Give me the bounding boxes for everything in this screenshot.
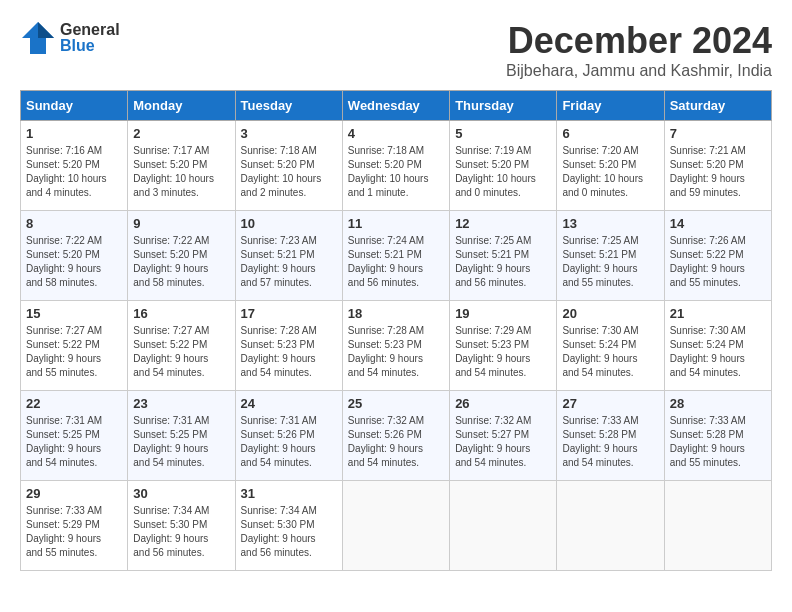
day-info: Sunrise: 7:33 AM Sunset: 5:29 PM Dayligh… — [26, 504, 122, 560]
day-number: 19 — [455, 306, 551, 321]
day-number: 3 — [241, 126, 337, 141]
day-number: 24 — [241, 396, 337, 411]
day-number: 18 — [348, 306, 444, 321]
day-info: Sunrise: 7:33 AM Sunset: 5:28 PM Dayligh… — [562, 414, 658, 470]
day-cell-2: 2Sunrise: 7:17 AM Sunset: 5:20 PM Daylig… — [128, 121, 235, 211]
weekday-header-tuesday: Tuesday — [235, 91, 342, 121]
day-info: Sunrise: 7:30 AM Sunset: 5:24 PM Dayligh… — [670, 324, 766, 380]
day-info: Sunrise: 7:25 AM Sunset: 5:21 PM Dayligh… — [562, 234, 658, 290]
weekday-header-saturday: Saturday — [664, 91, 771, 121]
weekday-header-friday: Friday — [557, 91, 664, 121]
day-number: 17 — [241, 306, 337, 321]
day-number: 27 — [562, 396, 658, 411]
day-number: 29 — [26, 486, 122, 501]
day-info: Sunrise: 7:34 AM Sunset: 5:30 PM Dayligh… — [133, 504, 229, 560]
weekday-header-sunday: Sunday — [21, 91, 128, 121]
day-info: Sunrise: 7:27 AM Sunset: 5:22 PM Dayligh… — [133, 324, 229, 380]
day-cell-12: 12Sunrise: 7:25 AM Sunset: 5:21 PM Dayli… — [450, 211, 557, 301]
day-cell-20: 20Sunrise: 7:30 AM Sunset: 5:24 PM Dayli… — [557, 301, 664, 391]
empty-cell — [557, 481, 664, 571]
empty-cell — [664, 481, 771, 571]
day-info: Sunrise: 7:25 AM Sunset: 5:21 PM Dayligh… — [455, 234, 551, 290]
day-info: Sunrise: 7:31 AM Sunset: 5:25 PM Dayligh… — [133, 414, 229, 470]
day-cell-25: 25Sunrise: 7:32 AM Sunset: 5:26 PM Dayli… — [342, 391, 449, 481]
day-cell-18: 18Sunrise: 7:28 AM Sunset: 5:23 PM Dayli… — [342, 301, 449, 391]
day-info: Sunrise: 7:30 AM Sunset: 5:24 PM Dayligh… — [562, 324, 658, 380]
day-info: Sunrise: 7:32 AM Sunset: 5:27 PM Dayligh… — [455, 414, 551, 470]
day-cell-4: 4Sunrise: 7:18 AM Sunset: 5:20 PM Daylig… — [342, 121, 449, 211]
day-info: Sunrise: 7:20 AM Sunset: 5:20 PM Dayligh… — [562, 144, 658, 200]
day-info: Sunrise: 7:26 AM Sunset: 5:22 PM Dayligh… — [670, 234, 766, 290]
day-number: 25 — [348, 396, 444, 411]
day-cell-13: 13Sunrise: 7:25 AM Sunset: 5:21 PM Dayli… — [557, 211, 664, 301]
day-info: Sunrise: 7:16 AM Sunset: 5:20 PM Dayligh… — [26, 144, 122, 200]
day-number: 23 — [133, 396, 229, 411]
day-cell-30: 30Sunrise: 7:34 AM Sunset: 5:30 PM Dayli… — [128, 481, 235, 571]
day-cell-29: 29Sunrise: 7:33 AM Sunset: 5:29 PM Dayli… — [21, 481, 128, 571]
day-info: Sunrise: 7:28 AM Sunset: 5:23 PM Dayligh… — [241, 324, 337, 380]
day-cell-22: 22Sunrise: 7:31 AM Sunset: 5:25 PM Dayli… — [21, 391, 128, 481]
day-cell-27: 27Sunrise: 7:33 AM Sunset: 5:28 PM Dayli… — [557, 391, 664, 481]
day-cell-11: 11Sunrise: 7:24 AM Sunset: 5:21 PM Dayli… — [342, 211, 449, 301]
day-cell-15: 15Sunrise: 7:27 AM Sunset: 5:22 PM Dayli… — [21, 301, 128, 391]
day-number: 21 — [670, 306, 766, 321]
day-cell-8: 8Sunrise: 7:22 AM Sunset: 5:20 PM Daylig… — [21, 211, 128, 301]
day-number: 9 — [133, 216, 229, 231]
svg-marker-1 — [38, 22, 54, 38]
weekday-header-thursday: Thursday — [450, 91, 557, 121]
day-number: 11 — [348, 216, 444, 231]
week-row-4: 22Sunrise: 7:31 AM Sunset: 5:25 PM Dayli… — [21, 391, 772, 481]
day-cell-16: 16Sunrise: 7:27 AM Sunset: 5:22 PM Dayli… — [128, 301, 235, 391]
day-cell-24: 24Sunrise: 7:31 AM Sunset: 5:26 PM Dayli… — [235, 391, 342, 481]
day-info: Sunrise: 7:29 AM Sunset: 5:23 PM Dayligh… — [455, 324, 551, 380]
calendar-table: SundayMondayTuesdayWednesdayThursdayFrid… — [20, 90, 772, 571]
day-number: 28 — [670, 396, 766, 411]
month-title: December 2024 — [506, 20, 772, 62]
day-number: 2 — [133, 126, 229, 141]
day-info: Sunrise: 7:24 AM Sunset: 5:21 PM Dayligh… — [348, 234, 444, 290]
logo-blue: Blue — [60, 38, 120, 54]
logo-icon — [20, 20, 56, 56]
day-cell-7: 7Sunrise: 7:21 AM Sunset: 5:20 PM Daylig… — [664, 121, 771, 211]
day-number: 15 — [26, 306, 122, 321]
day-cell-9: 9Sunrise: 7:22 AM Sunset: 5:20 PM Daylig… — [128, 211, 235, 301]
day-number: 6 — [562, 126, 658, 141]
day-number: 14 — [670, 216, 766, 231]
week-row-5: 29Sunrise: 7:33 AM Sunset: 5:29 PM Dayli… — [21, 481, 772, 571]
day-info: Sunrise: 7:21 AM Sunset: 5:20 PM Dayligh… — [670, 144, 766, 200]
day-number: 30 — [133, 486, 229, 501]
day-info: Sunrise: 7:28 AM Sunset: 5:23 PM Dayligh… — [348, 324, 444, 380]
day-number: 5 — [455, 126, 551, 141]
day-number: 10 — [241, 216, 337, 231]
week-row-2: 8Sunrise: 7:22 AM Sunset: 5:20 PM Daylig… — [21, 211, 772, 301]
week-row-1: 1Sunrise: 7:16 AM Sunset: 5:20 PM Daylig… — [21, 121, 772, 211]
day-cell-23: 23Sunrise: 7:31 AM Sunset: 5:25 PM Dayli… — [128, 391, 235, 481]
day-cell-28: 28Sunrise: 7:33 AM Sunset: 5:28 PM Dayli… — [664, 391, 771, 481]
weekday-header-monday: Monday — [128, 91, 235, 121]
day-cell-17: 17Sunrise: 7:28 AM Sunset: 5:23 PM Dayli… — [235, 301, 342, 391]
day-number: 12 — [455, 216, 551, 231]
day-info: Sunrise: 7:22 AM Sunset: 5:20 PM Dayligh… — [26, 234, 122, 290]
day-info: Sunrise: 7:23 AM Sunset: 5:21 PM Dayligh… — [241, 234, 337, 290]
header: General Blue December 2024 Bijbehara, Ja… — [20, 20, 772, 80]
week-row-3: 15Sunrise: 7:27 AM Sunset: 5:22 PM Dayli… — [21, 301, 772, 391]
day-info: Sunrise: 7:34 AM Sunset: 5:30 PM Dayligh… — [241, 504, 337, 560]
weekday-header-row: SundayMondayTuesdayWednesdayThursdayFrid… — [21, 91, 772, 121]
day-info: Sunrise: 7:17 AM Sunset: 5:20 PM Dayligh… — [133, 144, 229, 200]
day-cell-21: 21Sunrise: 7:30 AM Sunset: 5:24 PM Dayli… — [664, 301, 771, 391]
day-info: Sunrise: 7:33 AM Sunset: 5:28 PM Dayligh… — [670, 414, 766, 470]
day-info: Sunrise: 7:31 AM Sunset: 5:25 PM Dayligh… — [26, 414, 122, 470]
day-number: 13 — [562, 216, 658, 231]
location-subtitle: Bijbehara, Jammu and Kashmir, India — [506, 62, 772, 80]
day-cell-14: 14Sunrise: 7:26 AM Sunset: 5:22 PM Dayli… — [664, 211, 771, 301]
day-cell-1: 1Sunrise: 7:16 AM Sunset: 5:20 PM Daylig… — [21, 121, 128, 211]
day-info: Sunrise: 7:22 AM Sunset: 5:20 PM Dayligh… — [133, 234, 229, 290]
day-number: 7 — [670, 126, 766, 141]
day-info: Sunrise: 7:31 AM Sunset: 5:26 PM Dayligh… — [241, 414, 337, 470]
day-number: 26 — [455, 396, 551, 411]
title-area: December 2024 Bijbehara, Jammu and Kashm… — [506, 20, 772, 80]
logo-general: General — [60, 22, 120, 38]
weekday-header-wednesday: Wednesday — [342, 91, 449, 121]
day-number: 1 — [26, 126, 122, 141]
day-info: Sunrise: 7:32 AM Sunset: 5:26 PM Dayligh… — [348, 414, 444, 470]
